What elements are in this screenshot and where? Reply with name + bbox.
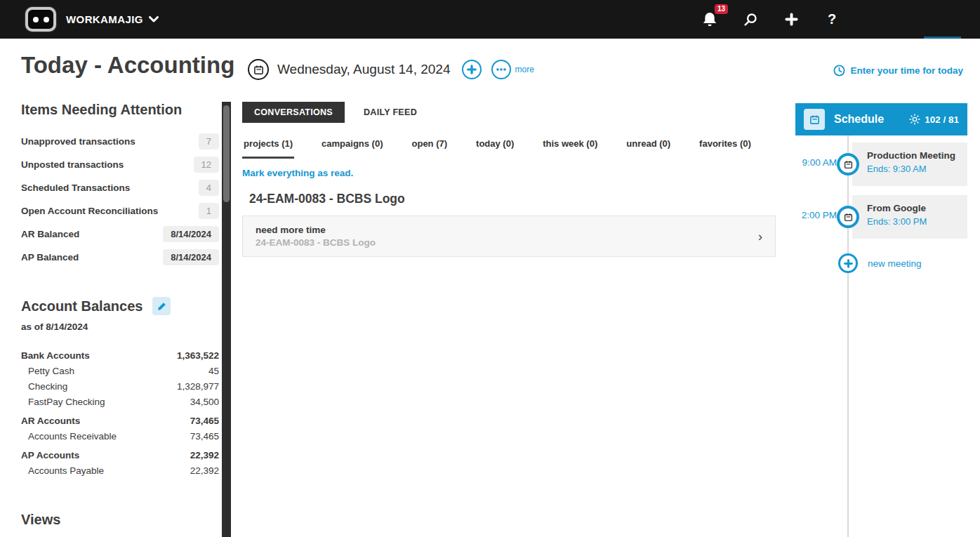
- calendar-picker-button[interactable]: [248, 59, 269, 80]
- attention-item-label: Scheduled Transactions: [21, 183, 130, 193]
- plus-icon: [785, 13, 798, 26]
- count-badge: 4: [199, 180, 219, 196]
- add-button[interactable]: [782, 11, 800, 29]
- edit-balances-button[interactable]: [152, 297, 171, 315]
- clock-icon: [833, 65, 845, 77]
- attention-item-label: AR Balanced: [21, 229, 79, 239]
- help-button[interactable]: ?: [823, 11, 841, 29]
- question-mark-icon: ?: [828, 11, 836, 27]
- event-calendar-icon: [837, 153, 859, 175]
- main-content: CONVERSATIONS DAILY FEED projects (1) ca…: [242, 102, 776, 257]
- schedule-calendar-chip: [804, 109, 825, 130]
- attention-item-ap-balanced[interactable]: AP Balanced 8/14/2024: [21, 248, 219, 266]
- schedule-event-production-meeting[interactable]: 9:00 AM Production Meeting Ends: 9:30 AM: [795, 142, 967, 186]
- attention-item-open-reconciliations[interactable]: Open Account Reconciliations 1: [21, 201, 219, 220]
- balance-row-fastpay-checking[interactable]: FastPay Checking 34,500: [21, 394, 219, 409]
- calendar-icon: [844, 213, 853, 222]
- attention-item-unapproved-transactions[interactable]: Unapproved transactions 7: [21, 132, 219, 150]
- notification-badge: 13: [715, 4, 728, 14]
- topbar-icon-group: 13 ?: [701, 0, 841, 39]
- enter-time-link[interactable]: Enter your time for today: [833, 65, 963, 77]
- filter-unread[interactable]: unread (0): [625, 138, 672, 159]
- balance-value: 22,392: [190, 450, 219, 460]
- balance-label: AR Accounts: [21, 416, 80, 426]
- logo-eye: [33, 17, 39, 22]
- schedule-event-from-google[interactable]: 2:00 PM From Google Ends: 3:00 PM: [795, 195, 967, 239]
- balance-label: FastPay Checking: [21, 397, 105, 407]
- more-button[interactable]: more: [491, 60, 534, 79]
- attention-item-label: AP Balanced: [21, 252, 79, 263]
- count-badge: 12: [194, 157, 219, 173]
- filter-projects[interactable]: projects (1): [242, 138, 294, 159]
- weather-temps: 102 / 81: [909, 114, 959, 125]
- sidebar-scrollbar-track[interactable]: [222, 102, 231, 537]
- event-card: From Google Ends: 3:00 PM: [852, 195, 967, 239]
- search-icon: [743, 12, 758, 27]
- chevron-down-icon: [149, 16, 159, 22]
- balance-value: 1,328,977: [177, 381, 219, 392]
- event-time: 2:00 PM: [795, 210, 837, 220]
- attention-item-label: Unposted transactions: [21, 159, 124, 170]
- ellipsis-icon: [496, 68, 506, 71]
- brand-menu[interactable]: WORKAMAJIG: [66, 13, 159, 25]
- event-title: Production Meeting: [867, 150, 959, 161]
- attention-item-label: Open Account Reconciliations: [21, 206, 158, 216]
- feed-tabs: CONVERSATIONS DAILY FEED: [242, 102, 776, 123]
- filter-today[interactable]: today (0): [475, 138, 515, 159]
- filter-this-week[interactable]: this week (0): [541, 138, 599, 159]
- balance-label: Petty Cash: [21, 366, 74, 376]
- workamajig-logo-icon[interactable]: [25, 7, 56, 32]
- search-button[interactable]: [741, 11, 760, 29]
- bell-icon: [703, 12, 717, 27]
- sidebar: Items Needing Attention Unapproved trans…: [21, 102, 219, 528]
- notifications-button[interactable]: 13: [701, 11, 719, 29]
- add-event-button[interactable]: [462, 60, 482, 79]
- balance-value: 1,363,522: [177, 350, 219, 361]
- balance-label: AP Accounts: [21, 450, 79, 460]
- tab-conversations[interactable]: CONVERSATIONS: [242, 102, 345, 123]
- filter-favorites[interactable]: favorites (0): [698, 138, 753, 159]
- tab-daily-feed[interactable]: DAILY FEED: [352, 102, 429, 123]
- balance-row-accounts-receivable[interactable]: Accounts Receivable 73,465: [21, 428, 219, 444]
- date-badge: 8/14/2024: [163, 226, 219, 242]
- conversation-title: need more time: [256, 225, 376, 235]
- balance-row-ar-accounts[interactable]: AR Accounts 73,465: [21, 413, 219, 428]
- date-group: Wednesday, August 14, 2024 more: [248, 59, 534, 80]
- attention-item-unposted-transactions[interactable]: Unposted transactions 12: [21, 155, 219, 173]
- balances-section-title: Account Balances: [21, 298, 143, 314]
- balance-value: 22,392: [190, 465, 219, 476]
- balance-row-ap-accounts[interactable]: AP Accounts 22,392: [21, 447, 219, 463]
- balance-row-bank-accounts[interactable]: Bank Accounts 1,363,522: [21, 347, 219, 363]
- event-ends-label: Ends: 9:30 AM: [867, 164, 959, 174]
- event-calendar-icon: [837, 206, 859, 228]
- more-label: more: [515, 65, 534, 74]
- page-title: Today - Accounting: [21, 52, 234, 79]
- brand-label: WORKAMAJIG: [66, 13, 143, 25]
- conversation-subtitle: 24-EAM-0083 - BCBS Logo: [256, 237, 376, 248]
- balances-header: Account Balances: [21, 297, 219, 315]
- date-badge: 8/14/2024: [163, 249, 219, 265]
- balance-row-petty-cash[interactable]: Petty Cash 45: [21, 363, 219, 378]
- plus-icon: [844, 259, 853, 268]
- balance-row-accounts-payable[interactable]: Accounts Payable 22,392: [21, 463, 219, 478]
- sidebar-scrollbar-thumb[interactable]: [223, 105, 230, 202]
- schedule-panel: Schedule 102 / 81 9:00 AM: [795, 103, 967, 537]
- balance-row-checking[interactable]: Checking 1,328,977: [21, 378, 219, 394]
- new-meeting-button[interactable]: new meeting: [795, 253, 967, 273]
- calendar-icon: [809, 114, 820, 125]
- balance-value: 73,465: [190, 431, 219, 442]
- event-time: 9:00 AM: [795, 157, 837, 168]
- filter-campaigns[interactable]: campaigns (0): [320, 138, 384, 159]
- balance-value: 73,465: [190, 416, 219, 426]
- calendar-icon: [253, 65, 264, 75]
- weather-temps-label: 102 / 81: [925, 114, 959, 125]
- conversation-card[interactable]: need more time 24-EAM-0083 - BCBS Logo ›: [242, 216, 776, 257]
- calendar-icon: [844, 160, 853, 169]
- attention-item-scheduled-transactions[interactable]: Scheduled Transactions 4: [21, 178, 219, 197]
- balance-label: Bank Accounts: [21, 350, 90, 361]
- filter-open[interactable]: open (7): [411, 138, 449, 159]
- attention-item-ar-balanced[interactable]: AR Balanced 8/14/2024: [21, 225, 219, 243]
- count-badge: 1: [199, 203, 219, 219]
- count-badge: 7: [199, 133, 219, 150]
- mark-all-read-link[interactable]: Mark everything as read.: [242, 168, 776, 178]
